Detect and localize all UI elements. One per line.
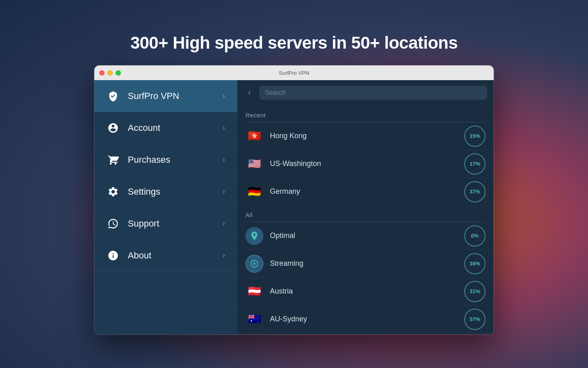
server-name-optimal: Optimal xyxy=(270,231,458,240)
sidebar-label-settings: Settings xyxy=(128,186,160,197)
all-section-header: All xyxy=(237,206,494,222)
shield-check-icon xyxy=(107,90,120,103)
chevron-right-icon: › xyxy=(223,92,225,100)
sidebar-item-account[interactable]: Account › xyxy=(94,112,237,144)
sidebar-label-support: Support xyxy=(128,218,159,229)
optimal-icon xyxy=(245,227,263,245)
sidebar-label-about: About xyxy=(128,250,151,261)
server-name-austria: Austria xyxy=(270,287,458,296)
back-button[interactable] xyxy=(244,87,255,99)
search-input[interactable] xyxy=(265,89,481,96)
server-row-germany[interactable]: 🇩🇪 Germany 37% xyxy=(237,178,494,206)
server-row-streaming[interactable]: Streaming 16% xyxy=(237,250,494,278)
server-row-optimal[interactable]: Optimal 0% xyxy=(237,222,494,250)
load-badge-hong-kong: 15% xyxy=(464,126,486,147)
server-row-us-washington[interactable]: 🇺🇸 US-Washington 17% xyxy=(237,150,494,178)
chevron-right-icon-3: › xyxy=(223,155,225,164)
cart-icon xyxy=(107,153,120,166)
sidebar-item-surfpro-vpn[interactable]: SurfPro VPN › xyxy=(94,80,237,112)
server-name-streaming: Streaming xyxy=(270,259,458,268)
app-content: SurfPro VPN › Account › xyxy=(94,80,494,334)
sidebar-item-about[interactable]: About › xyxy=(94,240,237,272)
sidebar-item-support[interactable]: Support › xyxy=(94,208,237,240)
info-circle-icon xyxy=(107,249,120,262)
headline: 300+ High speed servers in 50+ locations xyxy=(130,33,458,53)
sidebar-item-purchases[interactable]: Purchases › xyxy=(94,144,237,176)
person-circle-icon xyxy=(107,121,120,135)
flag-us: 🇺🇸 xyxy=(245,155,263,173)
sidebar-label-purchases: Purchases xyxy=(128,155,170,165)
title-bar: SurfPro VPN xyxy=(94,65,494,80)
load-badge-us-washington: 17% xyxy=(464,153,486,175)
flag-germany: 🇩🇪 xyxy=(245,183,263,201)
window-title: SurfPro VPN xyxy=(279,70,309,76)
load-badge-au-sydney: 57% xyxy=(464,309,486,330)
search-bar xyxy=(237,80,494,106)
flag-australia: 🇦🇺 xyxy=(245,310,263,328)
load-badge-austria: 31% xyxy=(464,281,486,302)
chevron-right-icon-4: › xyxy=(223,187,225,196)
traffic-lights xyxy=(99,70,121,76)
maximize-button[interactable] xyxy=(116,70,121,76)
app-window: SurfPro VPN SurfPro VPN › xyxy=(94,65,494,335)
sidebar-item-settings[interactable]: Settings › xyxy=(94,176,237,208)
main-content: Recent 🇭🇰 Hong Kong 15% 🇺🇸 US-Washington… xyxy=(237,80,494,334)
sidebar-label-account: Account xyxy=(128,123,160,133)
server-row-austria[interactable]: 🇦🇹 Austria 31% xyxy=(237,278,494,305)
server-row-au-sydney[interactable]: 🇦🇺 AU-Sydney 57% xyxy=(237,305,494,333)
load-badge-streaming: 16% xyxy=(464,253,486,274)
gear-icon xyxy=(107,185,120,198)
streaming-icon xyxy=(245,255,263,273)
chevron-right-icon-6: › xyxy=(223,251,225,260)
server-name-us-washington: US-Washington xyxy=(270,159,458,168)
chevron-right-icon-2: › xyxy=(223,123,225,132)
server-row-hong-kong[interactable]: 🇭🇰 Hong Kong 15% xyxy=(237,122,494,150)
chat-bubble-icon xyxy=(107,217,120,230)
server-name-germany: Germany xyxy=(270,187,458,196)
sidebar-label-surfpro-vpn: SurfPro VPN xyxy=(128,91,179,101)
flag-austria: 🇦🇹 xyxy=(245,283,263,301)
minimize-button[interactable] xyxy=(107,70,113,76)
close-button[interactable] xyxy=(99,70,105,76)
sidebar: SurfPro VPN › Account › xyxy=(94,80,237,334)
recent-section-header: Recent xyxy=(237,106,494,122)
search-input-wrapper xyxy=(259,86,487,100)
chevron-right-icon-5: › xyxy=(223,219,225,228)
load-badge-optimal: 0% xyxy=(464,225,486,247)
server-name-au-sydney: AU-Sydney xyxy=(270,315,458,323)
server-name-hong-kong: Hong Kong xyxy=(270,132,458,140)
flag-hong-kong: 🇭🇰 xyxy=(245,127,263,145)
load-badge-germany: 37% xyxy=(464,181,486,202)
server-list[interactable]: Recent 🇭🇰 Hong Kong 15% 🇺🇸 US-Washington… xyxy=(237,106,494,334)
